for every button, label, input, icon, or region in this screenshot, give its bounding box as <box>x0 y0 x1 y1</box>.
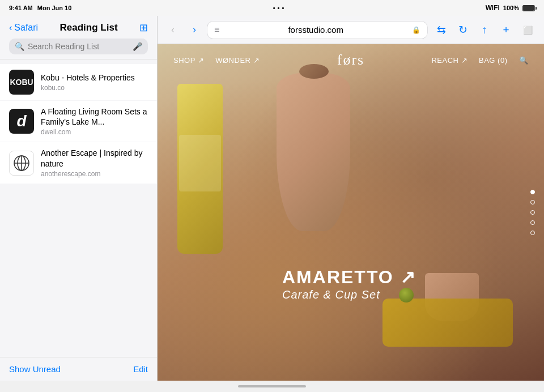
main-layout: ‹ Safari Reading List ⊞ 🔍 🎤 KOBU Kobu - … <box>0 16 544 381</box>
edit-button[interactable]: Edit <box>133 364 148 374</box>
escape-icon-svg <box>12 154 31 172</box>
show-unread-button[interactable]: Show Unread <box>9 364 61 374</box>
search-icon: 🔍 <box>15 42 24 51</box>
date: Mon Jun 10 <box>37 5 72 11</box>
tabs-button[interactable]: ⬜ <box>518 20 537 40</box>
nav-shop[interactable]: SHOP ↗ <box>173 56 204 65</box>
bottle-label <box>179 135 221 191</box>
item-title: A Floating Living Room Sets a Family's L… <box>41 106 148 127</box>
browser-area: ‹ › ≡ forsstudio.com 🔒 ⇆ ↻ ↑ + ⬜ <box>158 16 544 381</box>
battery-fill <box>523 6 534 11</box>
item-info: A Floating Living Room Sets a Family's L… <box>41 106 148 136</box>
grid-icon[interactable]: ⊞ <box>139 22 148 34</box>
status-dots: • • • <box>273 5 284 11</box>
scroll-dot-4[interactable] <box>530 220 535 225</box>
item-url: dwell.com <box>41 128 148 136</box>
item-info: Another Escape | Inspired by nature anot… <box>41 148 148 177</box>
browser-toolbar: ‹ › ≡ forsstudio.com 🔒 ⇆ ↻ ↑ + ⬜ <box>158 16 544 44</box>
favicon-text: d <box>16 112 26 130</box>
nav-bag[interactable]: BAG (0) <box>479 56 507 65</box>
nav-right: REACH ↗ BAG (0) 🔍 <box>431 56 528 65</box>
scroll-dot-1[interactable] <box>530 190 535 194</box>
list-item[interactable]: d A Floating Living Room Sets a Family's… <box>0 101 157 142</box>
sidebar-title: Reading List <box>60 22 118 33</box>
status-left: 9:41 AM Mon Jun 10 <box>9 5 71 11</box>
time: 9:41 AM <box>9 5 33 11</box>
nav-left: SHOP ↗ WØNDER ↗ <box>173 56 260 65</box>
share-button[interactable]: ↑ <box>475 20 494 40</box>
scroll-dot-2[interactable] <box>530 200 535 204</box>
favicon-escape <box>9 151 34 176</box>
scroll-dot-3[interactable] <box>530 210 535 215</box>
item-info: Kobu - Hotels & Properties kobu.co <box>41 73 148 92</box>
carafe <box>277 73 350 231</box>
hero-subtitle: Carafe & Cup Set <box>282 288 416 301</box>
back-button[interactable]: ‹ <box>164 22 181 39</box>
microphone-icon[interactable]: 🎤 <box>133 42 142 51</box>
battery-percent: 100% <box>503 5 519 11</box>
new-tab-button[interactable]: + <box>496 20 516 40</box>
search-input[interactable] <box>28 42 129 51</box>
sidebar-top-row: ‹ Safari Reading List ⊞ <box>9 22 148 34</box>
address-bar[interactable]: ≡ forsstudio.com 🔒 <box>207 22 427 39</box>
item-url: anotherescape.com <box>41 170 148 178</box>
list-item[interactable]: Another Escape | Inspired by nature anot… <box>0 142 157 183</box>
site-nav: SHOP ↗ WØNDER ↗ førs REACH ↗ BAG (0) 🔍 <box>158 44 544 76</box>
nav-wonder[interactable]: WØNDER ↗ <box>215 56 260 65</box>
airdrop-button[interactable]: ⇆ <box>432 20 451 40</box>
list-item[interactable]: KOBU Kobu - Hotels & Properties kobu.co <box>0 64 157 100</box>
hero-image <box>158 44 544 381</box>
back-label: Safari <box>14 23 38 33</box>
status-bar: 9:41 AM Mon Jun 10 • • • WiFi 100% <box>0 0 544 16</box>
nav-reach[interactable]: REACH ↗ <box>431 56 468 65</box>
reading-list: KOBU Kobu - Hotels & Properties kobu.co … <box>0 59 157 357</box>
reader-mode-icon: ≡ <box>214 25 219 35</box>
reload-button[interactable]: ↻ <box>453 20 473 40</box>
site-logo: førs <box>337 52 364 69</box>
back-to-safari-button[interactable]: ‹ Safari <box>9 23 38 33</box>
cloth <box>382 299 513 347</box>
battery-icon <box>522 5 535 11</box>
home-indicator <box>0 381 544 392</box>
favicon-dwell: d <box>9 109 34 134</box>
lock-icon: 🔒 <box>412 26 420 34</box>
url-text: forsstudio.com <box>224 25 407 35</box>
forward-button[interactable]: › <box>186 22 203 39</box>
hero-title: AMARETTO ↗ <box>282 268 416 286</box>
scroll-dot-5[interactable] <box>530 231 535 235</box>
status-right: WiFi 100% <box>486 4 535 12</box>
toolbar-actions: ⇆ ↻ ↑ + ⬜ <box>432 20 537 40</box>
sidebar-footer: Show Unread Edit <box>0 357 157 381</box>
sidebar: ‹ Safari Reading List ⊞ 🔍 🎤 KOBU Kobu - … <box>0 16 158 381</box>
item-title: Another Escape | Inspired by nature <box>41 148 148 168</box>
hero-text: AMARETTO ↗ Carafe & Cup Set <box>282 268 416 301</box>
website-content: SHOP ↗ WØNDER ↗ førs REACH ↗ BAG (0) 🔍 A… <box>158 44 544 381</box>
favicon-text: KOBU <box>10 78 33 87</box>
wifi-icon: WiFi <box>486 4 500 12</box>
home-bar <box>238 385 306 387</box>
item-title: Kobu - Hotels & Properties <box>41 73 148 83</box>
scroll-dots <box>530 190 535 235</box>
nav-search[interactable]: 🔍 <box>519 56 529 65</box>
sidebar-header: ‹ Safari Reading List ⊞ 🔍 🎤 <box>0 16 157 59</box>
favicon-kobu: KOBU <box>9 70 34 95</box>
item-url: kobu.co <box>41 84 148 92</box>
chevron-left-icon: ‹ <box>9 23 12 33</box>
search-bar[interactable]: 🔍 🎤 <box>9 39 148 54</box>
